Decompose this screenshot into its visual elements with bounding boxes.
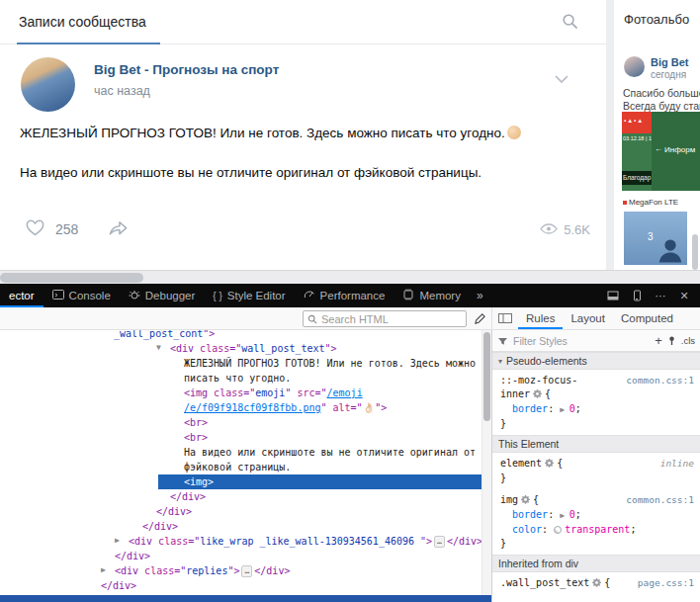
expand-shorthand-icon[interactable]: ▶ xyxy=(560,405,569,414)
stylesheet-link[interactable]: common.css:1 xyxy=(626,493,694,507)
scrollbar-thumb[interactable] xyxy=(0,273,143,283)
tab-console[interactable]: Console xyxy=(44,284,120,307)
markup-row[interactable]: ▶<div class="like_wrap _like_wall-130934… xyxy=(0,534,481,549)
photo-thumbnail-red: ▪▲▪▲ xyxy=(622,112,652,133)
markup-row[interactable]: ▶<div class="replies">…</div> xyxy=(0,563,481,578)
section-twisty-icon[interactable]: ▾ xyxy=(498,357,502,366)
toolbox-menu-icon[interactable]: ⋯ xyxy=(649,284,672,307)
page-horizontal-scrollbar[interactable] xyxy=(0,270,700,284)
chevron-down-icon[interactable] xyxy=(555,69,569,87)
avatar[interactable] xyxy=(624,56,645,77)
markup-row[interactable]: </div> xyxy=(0,519,481,534)
rules-section-header[interactable]: Inherited from div xyxy=(492,555,700,572)
post-text-line1: ЖЕЛЕЗНЫЙ ПРОГНОЗ ГОТОВ! Или не готов. Зд… xyxy=(20,126,521,140)
markup-row[interactable]: фэйковой страницы. xyxy=(0,460,481,474)
tab-label: Console xyxy=(69,290,111,301)
scrollbar-thumb[interactable] xyxy=(483,332,490,421)
markup-horizontal-scrollbar[interactable] xyxy=(0,595,491,602)
markup-row[interactable]: _wall_post_cont"> xyxy=(0,330,481,341)
tab-computed[interactable]: Computed xyxy=(613,307,681,329)
markup-scrollbar[interactable] xyxy=(481,330,491,602)
screen: Записи сообщества Big Bet - Прогнозы на … xyxy=(0,0,700,602)
gear-icon[interactable] xyxy=(592,577,601,591)
markup-row[interactable]: </div> xyxy=(0,549,481,563)
share-button[interactable] xyxy=(107,215,130,242)
rule-selector[interactable]: ::-moz-focus- xyxy=(500,375,577,386)
like-count: 258 xyxy=(55,221,78,237)
markup-row[interactable]: <br> xyxy=(0,430,481,445)
rule-selector[interactable]: .wall_post_text xyxy=(500,577,589,588)
markup-row[interactable]: <br> xyxy=(0,415,481,430)
tab-layout[interactable]: Layout xyxy=(563,307,613,329)
tab-rules[interactable]: Rules xyxy=(518,307,563,329)
markup-row[interactable]: <img class="emoji" src="/emoji xyxy=(0,386,481,400)
rules-section-header[interactable]: ▾Pseudo-elements xyxy=(492,352,700,370)
sidebar-title[interactable]: Фотоальбо xyxy=(624,12,689,27)
markup-row[interactable]: На видео или скриншоте вы не отличите ор… xyxy=(0,445,481,460)
like-button[interactable] xyxy=(24,215,46,242)
sidebar-author-link[interactable]: Big Bet xyxy=(651,56,689,68)
braces-icon: { } xyxy=(213,291,221,301)
views-counter: 5.6K xyxy=(540,220,590,238)
expand-shorthand-icon[interactable]: ▶ xyxy=(560,511,569,520)
tab-style-editor[interactable]: { } Style Editor xyxy=(204,284,294,307)
toolbox-dock-icon[interactable] xyxy=(601,284,625,307)
section-label: Pseudo-elements xyxy=(506,355,587,367)
devtools-tabbar: ector Console Debugger { } Style Editor … xyxy=(0,284,700,307)
avatar[interactable] xyxy=(21,57,75,112)
stylesheet-link[interactable]: common.css:1 xyxy=(626,374,694,387)
post-timestamp[interactable]: час назад xyxy=(94,84,150,98)
rule-selector[interactable]: inner xyxy=(500,388,530,399)
tab-inspector[interactable]: ector xyxy=(0,284,44,307)
gear-icon[interactable] xyxy=(521,494,530,508)
markup-row[interactable]: </div> xyxy=(0,578,481,593)
rules-section-header[interactable]: This Element xyxy=(492,435,700,453)
gear-icon[interactable] xyxy=(533,388,542,402)
gear-icon[interactable] xyxy=(545,458,554,472)
class-panel-button[interactable]: .cls xyxy=(681,335,695,346)
active-tab-underline xyxy=(17,43,160,44)
ellipsis-chip[interactable]: … xyxy=(434,536,445,548)
property-name: border xyxy=(512,403,548,414)
stylesheet-link[interactable]: page.css:1 xyxy=(638,576,694,590)
search-icon[interactable] xyxy=(562,13,578,34)
expand-twisty-icon[interactable]: ▶ xyxy=(101,566,106,574)
post-author-link[interactable]: Big Bet - Прогнозы на спорт xyxy=(94,62,279,77)
pseudo-class-pin-icon[interactable] xyxy=(667,332,676,350)
page-vertical-scrollbar[interactable] xyxy=(692,234,698,270)
tab-community-posts[interactable]: Записи сообщества xyxy=(19,14,146,30)
css-declaration[interactable]: color: transparent; xyxy=(492,523,700,537)
search-html-input[interactable]: Search HTML xyxy=(303,310,467,327)
expand-twisty-icon[interactable]: ▶ xyxy=(115,537,120,545)
markup-row[interactable]: писать что угодно. xyxy=(0,371,481,386)
stylesheet-link[interactable]: inline xyxy=(660,457,694,471)
css-declaration[interactable]: border: ▶ 0; xyxy=(492,508,700,523)
css-declaration[interactable]: border: ▶ 0; xyxy=(492,402,700,417)
add-rule-button[interactable]: + xyxy=(655,334,662,347)
photo-attachment-profile[interactable]: 3 xyxy=(624,212,687,265)
markup-row[interactable]: </div> xyxy=(0,504,481,519)
more-tabs-button[interactable]: » xyxy=(470,284,490,307)
ellipsis-chip[interactable]: … xyxy=(241,565,252,577)
tab-performance[interactable]: Performance xyxy=(295,284,394,307)
expand-twisty-icon[interactable]: ▼ xyxy=(156,344,161,352)
tab-debugger[interactable]: Debugger xyxy=(120,284,205,307)
close-devtools-icon[interactable]: ✕ xyxy=(672,284,696,307)
rule-selector[interactable]: img xyxy=(500,494,518,505)
devtools: ector Console Debugger { } Style Editor … xyxy=(0,284,700,602)
tab-label: Memory xyxy=(419,290,461,301)
markup-row[interactable]: /e/f09f918cf09f8fbb.png" alt="👌🏻"> xyxy=(0,400,481,415)
rule-selector[interactable]: element xyxy=(500,458,542,469)
markup-row[interactable]: ▼<div class="wall_post_text"> xyxy=(0,341,481,356)
edit-html-icon[interactable] xyxy=(474,311,486,329)
filter-styles-input[interactable]: Filter Styles xyxy=(513,335,650,347)
sidebar-text-line1: Спасибо большое xyxy=(623,87,700,99)
photo-attachment[interactable]: ▪▲▪▲ 03.12.18 | 17:3 ← Информ Благодар xyxy=(622,112,700,191)
markup-row[interactable]: </div> xyxy=(0,489,481,504)
markup-row[interactable]: ЖЕЛЕЗНЫЙ ПРОГНОЗ ГОТОВ! Или не готов. Зд… xyxy=(0,356,481,371)
markup-row-selected[interactable]: <img> xyxy=(0,474,481,489)
three-pane-toggle-icon[interactable] xyxy=(492,313,518,323)
tab-memory[interactable]: Memory xyxy=(394,284,470,307)
responsive-design-icon[interactable] xyxy=(625,284,649,307)
color-swatch[interactable] xyxy=(554,526,562,534)
